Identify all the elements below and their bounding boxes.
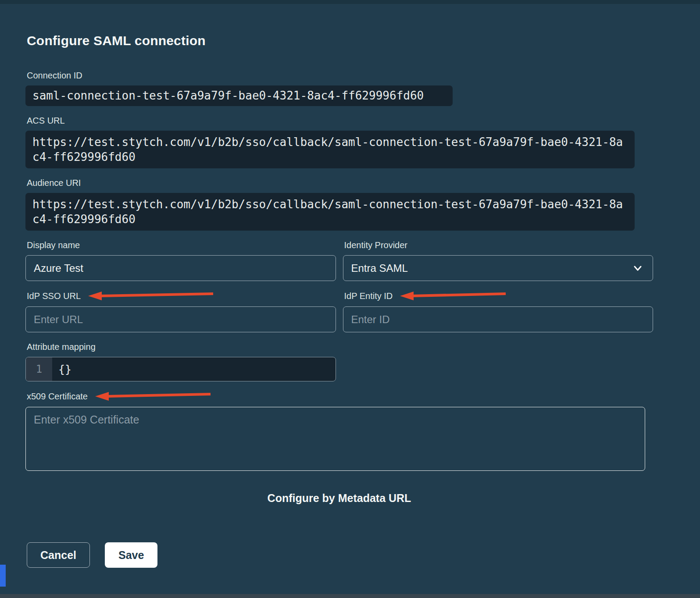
attribute-mapping-label: Attribute mapping [27, 342, 700, 352]
audience-uri-field: Audience URI https://test.stytch.com/v1/… [25, 178, 700, 231]
acs-url-value[interactable]: https://test.stytch.com/v1/b2b/sso/callb… [25, 131, 635, 168]
acs-url-field: ACS URL https://test.stytch.com/v1/b2b/s… [25, 115, 700, 168]
audience-uri-value[interactable]: https://test.stytch.com/v1/b2b/sso/callb… [25, 193, 635, 231]
page-edge-blue-fragment [0, 565, 6, 587]
x509-certificate-textarea[interactable] [25, 407, 645, 471]
annotation-arrow-left-icon [88, 290, 214, 302]
page-title: Configure SAML connection [27, 33, 700, 48]
identity-provider-selected: Entra SAML [351, 262, 408, 274]
identity-provider-field: Identity Provider Entra SAML [343, 240, 654, 281]
x509-certificate-label: x509 Certificate [27, 391, 88, 402]
annotation-arrow-left-icon [400, 290, 507, 302]
idp-sso-url-label: IdP SSO URL [27, 291, 81, 301]
idp-row: IdP SSO URL IdP Entity ID [25, 290, 653, 332]
editor-code-content[interactable]: {} [52, 357, 336, 381]
idp-sso-url-input[interactable] [25, 306, 336, 332]
modal-actions: Cancel Save [27, 542, 700, 568]
acs-url-label: ACS URL [27, 115, 700, 126]
save-button[interactable]: Save [105, 542, 157, 568]
editor-line-number: 1 [26, 357, 52, 381]
name-provider-row: Display name Identity Provider Entra SAM… [25, 240, 653, 281]
idp-sso-url-field: IdP SSO URL [25, 290, 336, 332]
attribute-mapping-editor[interactable]: 1 {} [25, 357, 336, 381]
configure-by-metadata-url-link[interactable]: Configure by Metadata URL [25, 492, 653, 505]
display-name-field: Display name [25, 240, 336, 281]
identity-provider-label: Identity Provider [344, 240, 654, 250]
audience-uri-label: Audience URI [27, 178, 700, 188]
annotation-arrow-left-icon [95, 391, 211, 402]
attribute-mapping-field: Attribute mapping 1 {} [25, 342, 700, 381]
display-name-input[interactable] [25, 255, 336, 281]
connection-id-value[interactable]: saml-connection-test-67a9a79f-bae0-4321-… [25, 85, 453, 106]
configure-saml-modal: Configure SAML connection Connection ID … [0, 0, 700, 568]
modal-bottom-edge [0, 594, 700, 598]
connection-id-label: Connection ID [27, 70, 700, 81]
display-name-label: Display name [27, 240, 336, 250]
idp-entity-id-label: IdP Entity ID [344, 291, 393, 301]
idp-entity-id-input[interactable] [343, 306, 654, 332]
chevron-down-icon [632, 263, 644, 274]
cancel-button[interactable]: Cancel [27, 542, 90, 568]
x509-certificate-field: x509 Certificate [25, 391, 700, 471]
identity-provider-select[interactable]: Entra SAML [343, 255, 654, 281]
idp-entity-id-field: IdP Entity ID [343, 290, 654, 332]
connection-id-field: Connection ID saml-connection-test-67a9a… [25, 70, 700, 106]
